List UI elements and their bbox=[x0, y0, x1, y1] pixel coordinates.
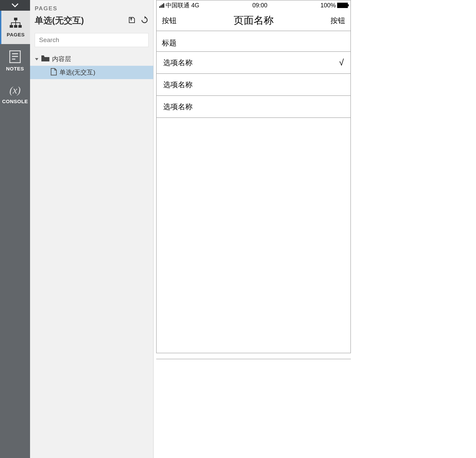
tree-folder-label: 内容层 bbox=[52, 55, 71, 63]
pages-panel: PAGES 单选(无交互) 内容层 bbox=[30, 0, 154, 458]
pages-header: PAGES 单选(无交互) bbox=[30, 0, 153, 30]
folder-icon bbox=[41, 55, 49, 63]
status-bar: 中国联通 4G 09:00 100% bbox=[157, 0, 350, 10]
rail-label-pages: PAGES bbox=[7, 32, 25, 37]
notes-icon bbox=[9, 50, 21, 63]
sitemap-icon bbox=[9, 18, 22, 29]
device-frame: 中国联通 4G 09:00 100% 按钮 页面名称 按钮 标题 选项名称 √ … bbox=[156, 0, 351, 353]
list-item[interactable]: 选项名称 √ bbox=[157, 52, 350, 74]
page-title: 单选(无交互) bbox=[35, 15, 84, 26]
preview-canvas: 中国联通 4G 09:00 100% 按钮 页面名称 按钮 标题 选项名称 √ … bbox=[154, 0, 476, 458]
search-input[interactable] bbox=[39, 36, 144, 44]
option-label: 选项名称 bbox=[163, 80, 193, 90]
pages-header-label: PAGES bbox=[35, 5, 149, 12]
rail-label-console: CONSOLE bbox=[2, 98, 28, 104]
svg-rect-1 bbox=[10, 25, 13, 28]
svg-rect-3 bbox=[18, 25, 22, 28]
check-icon: √ bbox=[339, 57, 344, 68]
option-label: 选项名称 bbox=[163, 102, 193, 112]
section-title: 标题 bbox=[157, 31, 350, 52]
svg-rect-0 bbox=[14, 18, 17, 20]
page-tree: 内容层 单选(无交互) bbox=[30, 50, 153, 79]
left-rail: PAGES NOTES (x) CONSOLE bbox=[0, 0, 30, 458]
tree-page-label: 单选(无交互) bbox=[59, 68, 95, 77]
divider-line bbox=[156, 359, 351, 359]
chevron-down-icon bbox=[11, 3, 19, 8]
nav-bar: 按钮 页面名称 按钮 bbox=[157, 10, 350, 31]
search-box[interactable] bbox=[35, 33, 149, 47]
option-label: 选项名称 bbox=[163, 58, 193, 68]
svg-rect-2 bbox=[14, 25, 17, 28]
rail-tab-console[interactable]: (x) CONSOLE bbox=[0, 77, 30, 111]
status-time: 09:00 bbox=[201, 2, 319, 9]
page-icon bbox=[51, 68, 57, 77]
rail-tab-pages[interactable]: PAGES bbox=[0, 11, 30, 44]
variable-icon: (x) bbox=[9, 84, 20, 96]
rail-label-notes: NOTES bbox=[6, 66, 24, 71]
export-icon[interactable] bbox=[128, 16, 136, 25]
refresh-icon[interactable] bbox=[141, 16, 149, 25]
signal-icon bbox=[159, 3, 164, 8]
nav-right-button[interactable]: 按钮 bbox=[330, 16, 345, 26]
rail-tab-notes[interactable]: NOTES bbox=[0, 44, 30, 77]
caret-down-icon bbox=[35, 55, 39, 63]
tree-page[interactable]: 单选(无交互) bbox=[30, 66, 153, 79]
collapse-bar[interactable] bbox=[0, 0, 30, 11]
battery-icon bbox=[337, 3, 348, 8]
list-item[interactable]: 选项名称 bbox=[157, 96, 350, 118]
tree-folder[interactable]: 内容层 bbox=[30, 52, 153, 66]
nav-left-button[interactable]: 按钮 bbox=[162, 16, 177, 26]
battery-percent: 100% bbox=[320, 2, 336, 9]
list-item[interactable]: 选项名称 bbox=[157, 74, 350, 96]
carrier-label: 中国联通 4G bbox=[166, 1, 199, 9]
nav-title: 页面名称 bbox=[234, 14, 274, 27]
